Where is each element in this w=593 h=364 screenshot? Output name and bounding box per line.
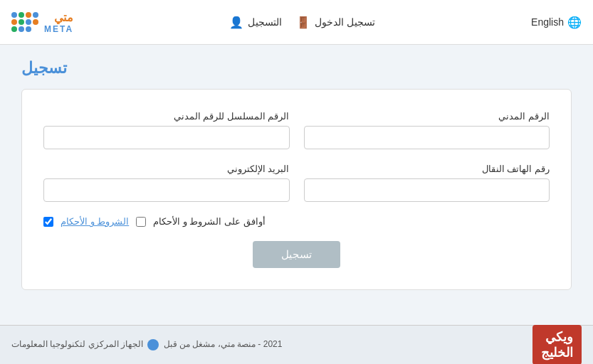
phone-input[interactable] (304, 178, 550, 202)
phone-label: رقم الهاتف النقال (304, 164, 550, 174)
header: English 🌐 تسجيل الدخول 🚪 التسجيل 👤 متي M… (0, 0, 593, 45)
footer: ويكيالخليج 2021 - منصة متي، مشغل من قبل … (0, 325, 593, 364)
wiki-logo: ويكيالخليج (532, 325, 582, 364)
email-group: البريد الإلكتروني (43, 164, 290, 202)
dot-6 (26, 19, 31, 25)
logo-english: META (44, 24, 73, 34)
civil-id-group: الرقم المدني (304, 111, 550, 149)
header-nav: تسجيل الدخول 🚪 التسجيل 👤 (229, 16, 375, 29)
language-label: English (531, 16, 564, 28)
submit-row: تسجيل (43, 241, 550, 268)
submit-button[interactable]: تسجيل (253, 241, 340, 268)
dot-5 (33, 19, 38, 25)
footer-text: 2021 - منصة متي، مشغل من قبل الجهاز المر… (11, 339, 282, 350)
agree-checkbox[interactable] (136, 217, 146, 227)
login-label: تسجيل الدخول (315, 16, 375, 28)
registration-form-card: الرقم المدني الرقم المسلسل للرقم المدني … (21, 89, 572, 290)
register-label: التسجيل (248, 16, 282, 28)
dot-10 (26, 26, 31, 32)
civil-id-input[interactable] (304, 126, 550, 149)
dot-1 (33, 12, 38, 18)
terms-checkbox[interactable] (43, 217, 53, 227)
copyright-text: 2021 - منصة متي، مشغل من قبل (164, 339, 283, 349)
form-row-1: الرقم المدني الرقم المسلسل للرقم المدني (43, 111, 550, 149)
wiki-logo-area: ويكيالخليج (532, 325, 582, 364)
phone-group: رقم الهاتف النقال (304, 164, 550, 202)
person-icon: 👤 (229, 16, 243, 29)
register-link[interactable]: التسجيل 👤 (229, 16, 282, 29)
globe-icon: 🌐 (567, 16, 582, 29)
dot-9 (33, 26, 38, 32)
logo: متي META (11, 11, 73, 34)
main-content: تسجيل الرقم المدني الرقم المسلسل للرقم ا… (0, 45, 593, 304)
dot-4 (11, 12, 17, 18)
form-row-2: رقم الهاتف النقال البريد الإلكتروني (43, 164, 550, 202)
email-label: البريد الإلكتروني (43, 164, 290, 174)
page-title: تسجيل (21, 59, 572, 77)
login-icon: 🚪 (296, 16, 310, 29)
footer-globe-icon (147, 339, 159, 350)
dot-11 (19, 26, 24, 32)
dot-8 (11, 19, 17, 25)
dot-2 (26, 12, 31, 18)
terms-link[interactable]: الشروط و الأحكام (61, 216, 129, 227)
email-input[interactable] (43, 178, 290, 202)
dot-7 (19, 19, 24, 25)
logo-text: متي META (44, 11, 73, 34)
serial-input[interactable] (43, 126, 290, 149)
serial-label: الرقم المسلسل للرقم المدني (43, 111, 290, 122)
logo-dots (11, 12, 38, 32)
agree-text: أوافق على الشروط و الأحكام (153, 216, 265, 227)
logo-arabic: متي (54, 11, 73, 24)
login-link[interactable]: تسجيل الدخول 🚪 (296, 16, 375, 29)
powered-by-text: الجهاز المركزي لتكنولوجيا المعلومات (11, 339, 143, 349)
dot-12 (11, 26, 17, 32)
header-left: English 🌐 (531, 16, 582, 29)
serial-group: الرقم المسلسل للرقم المدني (43, 111, 290, 149)
dot-3 (19, 12, 24, 18)
wiki-logo-text: ويكيالخليج (541, 330, 573, 360)
language-button[interactable]: English 🌐 (531, 16, 582, 29)
civil-id-label: الرقم المدني (304, 111, 550, 122)
terms-row: أوافق على الشروط و الأحكام الشروط و الأح… (43, 216, 550, 227)
